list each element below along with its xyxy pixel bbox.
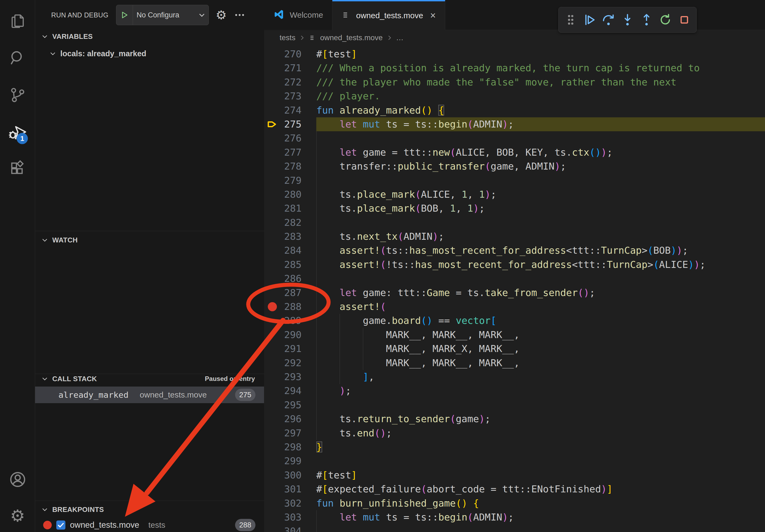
debug-settings-gear-icon[interactable]: ⚙ — [216, 9, 227, 21]
code-gutter[interactable]: 286 — [264, 272, 316, 286]
code-gutter[interactable]: 304 — [264, 524, 316, 532]
code-line-content[interactable]: #[expected_failure(abort_code = ttt::ENo… — [316, 482, 765, 496]
breadcrumb-symbol[interactable]: … — [396, 34, 404, 42]
glyph-margin[interactable] — [264, 216, 281, 230]
glyph-margin[interactable] — [264, 61, 281, 75]
breakpoint-list-item[interactable]: owned_tests.move tests 288 — [35, 518, 264, 532]
code-gutter[interactable]: 281 — [264, 201, 316, 215]
code-gutter[interactable]: 272 — [264, 75, 316, 89]
code-line-content[interactable]: ts.next_tx(ADMIN); — [316, 230, 765, 243]
glyph-margin[interactable] — [264, 47, 281, 61]
code-line-content[interactable] — [316, 524, 765, 532]
code-line-content[interactable]: let game: ttt::Game = ts.take_from_sende… — [316, 286, 765, 300]
glyph-margin[interactable] — [264, 524, 281, 532]
glyph-margin[interactable] — [264, 243, 281, 257]
glyph-margin[interactable] — [264, 370, 281, 384]
code-line-content[interactable] — [316, 272, 765, 286]
code-gutter[interactable]: 274 — [264, 104, 316, 117]
glyph-margin[interactable] — [264, 356, 281, 370]
code-gutter[interactable]: 289 — [264, 314, 316, 328]
step-over-icon[interactable] — [600, 11, 617, 29]
call-stack-section-header[interactable]: CALL STACK Paused on entry — [35, 371, 264, 387]
code-line-content[interactable] — [316, 454, 765, 468]
glyph-margin[interactable] — [264, 328, 281, 342]
drag-handle[interactable] — [562, 11, 579, 29]
continue-icon[interactable] — [581, 11, 598, 29]
glyph-margin[interactable] — [264, 104, 281, 117]
glyph-margin[interactable] — [264, 89, 281, 103]
code-line-content[interactable]: fun burn_unfinished_game() { — [316, 496, 765, 510]
restart-icon[interactable] — [657, 11, 674, 29]
glyph-margin[interactable] — [264, 230, 281, 243]
code-line-content[interactable]: fun already_marked() { — [316, 104, 765, 117]
code-line-content[interactable]: assert!(!ts::has_most_recent_for_address… — [316, 258, 765, 272]
glyph-margin[interactable] — [264, 286, 281, 300]
code-line-content[interactable]: /// When a position is already marked, t… — [316, 61, 765, 75]
glyph-margin[interactable] — [264, 173, 281, 187]
code-gutter[interactable]: 284 — [264, 243, 316, 257]
code-line-content[interactable]: ); — [316, 384, 765, 398]
code-gutter[interactable]: 280 — [264, 187, 316, 201]
code-gutter[interactable]: 301 — [264, 482, 316, 496]
step-into-icon[interactable] — [619, 11, 636, 29]
glyph-margin[interactable] — [264, 314, 281, 328]
explorer-icon[interactable] — [0, 8, 35, 34]
glyph-margin[interactable] — [264, 145, 281, 159]
source-control-icon[interactable] — [0, 82, 35, 108]
code-line-content[interactable]: /// player. — [316, 89, 765, 103]
settings-gear-icon[interactable]: ⚙ — [0, 502, 35, 529]
code-line-content[interactable] — [316, 173, 765, 187]
glyph-margin[interactable] — [264, 201, 281, 215]
code-line-content[interactable]: ts.end(); — [316, 426, 765, 440]
glyph-margin[interactable] — [264, 159, 281, 173]
breakpoint-glyph-icon[interactable] — [264, 300, 281, 314]
code-line-content[interactable]: ts.place_mark(ALICE, 1, 1); — [316, 187, 765, 201]
code-gutter[interactable]: 290 — [264, 328, 316, 342]
variables-section-header[interactable]: VARIABLES — [35, 28, 264, 45]
code-gutter[interactable]: 295 — [264, 398, 316, 412]
code-gutter[interactable]: 291 — [264, 342, 316, 356]
code-gutter[interactable]: 282 — [264, 216, 316, 230]
code-gutter[interactable]: 271 — [264, 61, 316, 75]
code-line-content[interactable]: let mut ts = ts::begin(ADMIN); — [316, 510, 765, 524]
code-gutter[interactable]: 273 — [264, 89, 316, 103]
code-gutter[interactable]: 302 — [264, 496, 316, 510]
watch-section-header[interactable]: WATCH — [35, 232, 264, 248]
code-line-content[interactable]: #[test] — [316, 47, 765, 61]
code-line-content[interactable] — [316, 216, 765, 230]
code-gutter[interactable]: 294 — [264, 384, 316, 398]
glyph-margin[interactable] — [264, 342, 281, 356]
glyph-margin[interactable] — [264, 75, 281, 89]
call-stack-frame-row[interactable]: already_marked owned_tests.move 275 — [35, 387, 264, 403]
code-line-content[interactable]: } — [316, 440, 765, 454]
locals-scope-row[interactable]: locals: already_marked — [35, 46, 264, 61]
code-gutter[interactable]: 279 — [264, 173, 316, 187]
glyph-margin[interactable] — [264, 384, 281, 398]
code-gutter[interactable]: 296 — [264, 412, 316, 426]
code-line-content[interactable]: ], — [316, 370, 765, 384]
current-statement-arrow-icon[interactable] — [264, 117, 281, 131]
glyph-margin[interactable] — [264, 272, 281, 286]
glyph-margin[interactable] — [264, 496, 281, 510]
code-gutter[interactable]: 293 — [264, 370, 316, 384]
code-gutter[interactable]: 278 — [264, 159, 316, 173]
code-line-content[interactable]: let game = ttt::new(ALICE, BOB, KEY, ts.… — [316, 145, 765, 159]
glyph-margin[interactable] — [264, 454, 281, 468]
code-line-content[interactable]: #[test] — [316, 468, 765, 482]
glyph-margin[interactable] — [264, 131, 281, 145]
step-out-icon[interactable] — [638, 11, 655, 29]
code-line-content[interactable] — [316, 131, 765, 145]
glyph-margin[interactable] — [264, 398, 281, 412]
code-gutter[interactable]: 292 — [264, 356, 316, 370]
more-actions-icon[interactable] — [234, 9, 246, 21]
close-icon[interactable]: × — [430, 11, 436, 20]
run-and-debug-icon[interactable]: 1 — [0, 119, 35, 145]
code-gutter[interactable]: 285 — [264, 258, 316, 272]
start-debugging-icon[interactable] — [116, 5, 133, 25]
code-line-content[interactable]: /// the player who made the "false" move… — [316, 75, 765, 89]
code-line-content[interactable]: ts.return_to_sender(game); — [316, 412, 765, 426]
code-line-content[interactable]: transfer::public_transfer(game, ADMIN); — [316, 159, 765, 173]
glyph-margin[interactable] — [264, 258, 281, 272]
code-gutter[interactable]: 300 — [264, 468, 316, 482]
code-line-content[interactable]: MARK__, MARK__, MARK__, — [316, 328, 765, 342]
